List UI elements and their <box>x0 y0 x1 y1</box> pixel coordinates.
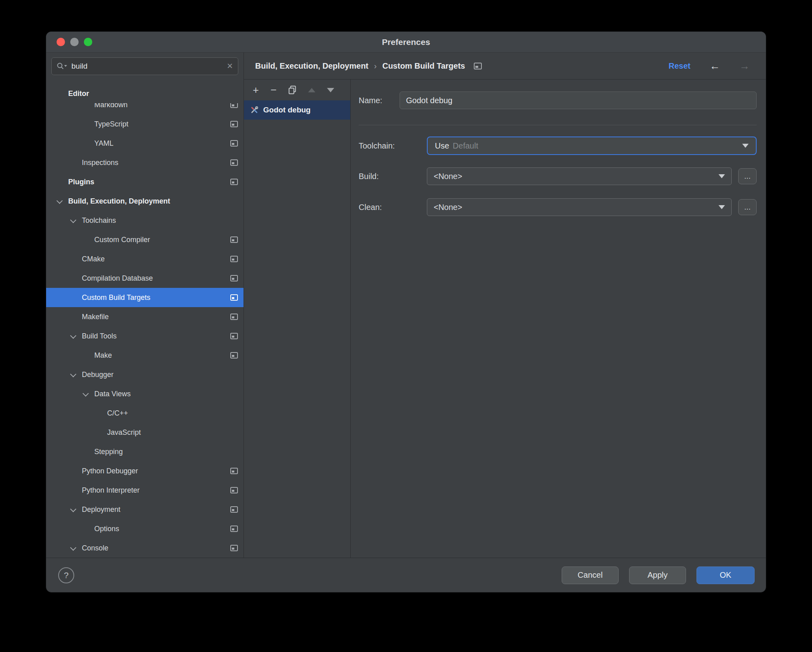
target-list-item[interactable]: Godot debug <box>244 100 350 120</box>
clean-label: Clean: <box>359 203 427 212</box>
breadcrumb-custom-build-targets[interactable]: Custom Build Targets <box>382 61 465 71</box>
target-settings-form: Name: Toolchain: Use Default Build: <box>351 79 766 558</box>
chevron-down-icon <box>742 144 749 148</box>
sidebar-item-label: Plugins <box>68 178 94 186</box>
search-box[interactable]: ✕ <box>51 57 238 75</box>
settings-indicator-icon <box>230 487 238 493</box>
settings-indicator-icon <box>230 236 238 243</box>
sidebar-item-label: Console <box>82 544 108 552</box>
settings-indicator-icon <box>230 294 238 301</box>
traffic-lights <box>57 32 92 52</box>
titlebar: Preferences <box>46 32 766 53</box>
forward-arrow-icon[interactable]: → <box>739 61 750 71</box>
remove-target-button[interactable]: − <box>270 85 276 95</box>
sidebar-item-toolchains[interactable]: Toolchains <box>46 211 244 230</box>
cancel-button[interactable]: Cancel <box>562 566 619 584</box>
settings-indicator-icon <box>230 468 238 474</box>
chevron-down-icon[interactable] <box>83 392 94 396</box>
ok-button[interactable]: OK <box>696 566 755 584</box>
build-label: Build: <box>359 172 427 181</box>
chevron-down-icon[interactable] <box>71 334 82 338</box>
search-area: ✕ <box>46 53 244 79</box>
sidebar-item-label: Toolchains <box>82 216 116 225</box>
build-browse-button[interactable]: ... <box>738 168 757 184</box>
sidebar-item-build-execution-deployment[interactable]: Build, Execution, Deployment <box>46 192 244 211</box>
clean-value: <None> <box>434 203 462 212</box>
sidebar-item-label: Compilation Database <box>82 274 153 283</box>
sidebar-item-plugins[interactable]: Plugins <box>46 172 244 192</box>
sidebar-item-inspections[interactable]: Inspections <box>46 153 244 172</box>
sidebar-item-yaml[interactable]: YAML <box>46 134 244 153</box>
sidebar-item-c-c[interactable]: C/C++ <box>46 403 244 423</box>
zoom-window-button[interactable] <box>84 38 92 46</box>
sidebar-item-label: Options <box>94 525 119 533</box>
build-row: Build: <None> ... <box>359 167 757 185</box>
breadcrumb-separator: › <box>374 61 377 71</box>
toolchain-label: Toolchain: <box>359 141 427 151</box>
clear-search-icon[interactable]: ✕ <box>227 62 233 70</box>
sidebar-item-label: Makefile <box>82 313 109 321</box>
window-title: Preferences <box>382 37 430 47</box>
sidebar-item-make[interactable]: Make <box>46 346 244 365</box>
move-up-button[interactable] <box>308 88 315 92</box>
settings-indicator-icon <box>230 333 238 339</box>
sidebar-item-label: Python Interpreter <box>82 486 140 495</box>
back-arrow-icon[interactable]: ← <box>710 61 720 71</box>
search-input[interactable] <box>71 62 223 71</box>
sidebar-item-compilation-database[interactable]: Compilation Database <box>46 269 244 288</box>
help-button-label: ? <box>64 570 69 580</box>
toolchain-select[interactable]: Use Default <box>427 137 757 155</box>
sidebar-item-javascript[interactable]: JavaScript <box>46 423 244 442</box>
settings-indicator-icon <box>230 159 238 166</box>
sidebar-item-build-tools[interactable]: Build Tools <box>46 326 244 346</box>
search-icon <box>57 62 68 70</box>
sidebar-item-custom-build-targets[interactable]: Custom Build Targets <box>46 288 244 307</box>
breadcrumb: Build, Execution, Deployment › Custom Bu… <box>244 53 766 79</box>
build-targets-panel: + − <box>244 79 351 558</box>
sidebar-item-data-views[interactable]: Data Views <box>46 384 244 403</box>
add-target-button[interactable]: + <box>253 85 259 95</box>
sidebar-item-label: Make <box>94 351 112 360</box>
sidebar-item-custom-compiler[interactable]: Custom Compiler <box>46 230 244 249</box>
help-button[interactable]: ? <box>58 567 74 583</box>
sidebar-item-label: C/C++ <box>107 409 128 418</box>
sidebar-item-debugger[interactable]: Debugger <box>46 365 244 384</box>
clean-select[interactable]: <None> <box>427 198 732 216</box>
minimize-window-button[interactable] <box>70 38 79 46</box>
sidebar-item-stepping[interactable]: Stepping <box>46 442 244 461</box>
sidebar-item-cmake[interactable]: CMake <box>46 249 244 269</box>
settings-indicator-icon <box>230 256 238 262</box>
chevron-down-icon[interactable] <box>71 373 82 377</box>
clean-browse-button[interactable]: ... <box>738 199 757 215</box>
close-window-button[interactable] <box>57 38 65 46</box>
move-down-button[interactable] <box>327 88 334 92</box>
sidebar-item-deployment[interactable]: Deployment <box>46 500 244 519</box>
build-target-icon <box>250 106 259 114</box>
apply-button[interactable]: Apply <box>629 566 686 584</box>
build-select[interactable]: <None> <box>427 167 732 185</box>
chevron-down-icon[interactable] <box>71 507 82 512</box>
breadcrumb-build-execution-deployment[interactable]: Build, Execution, Deployment <box>255 61 368 71</box>
sidebar-item-python-debugger[interactable]: Python Debugger <box>46 461 244 481</box>
chevron-down-icon[interactable] <box>71 546 82 550</box>
chevron-down-icon[interactable] <box>71 218 82 223</box>
sidebar-item-python-interpreter[interactable]: Python Interpreter <box>46 481 244 500</box>
sidebar-item-console[interactable]: Console <box>46 538 244 558</box>
settings-indicator-icon <box>230 140 238 147</box>
sidebar-item-editor[interactable]: Editor <box>46 84 244 103</box>
sidebar-item-label: Deployment <box>82 505 120 514</box>
sidebar-item-options[interactable]: Options <box>46 519 244 538</box>
sidebar-item-typescript[interactable]: TypeScript <box>46 114 244 134</box>
sidebar-item-label: Build, Execution, Deployment <box>68 197 170 206</box>
sidebar-item-label: Stepping <box>94 448 123 456</box>
reset-button[interactable]: Reset <box>669 61 690 71</box>
chevron-down-icon <box>719 174 725 178</box>
copy-target-button[interactable] <box>288 86 296 94</box>
settings-indicator-icon <box>230 179 238 185</box>
clean-row: Clean: <None> ... <box>359 198 757 216</box>
settings-tree: EditorMarkdownTypeScriptYAMLInspectionsP… <box>46 79 244 558</box>
name-field[interactable] <box>400 92 757 109</box>
sidebar-item-makefile[interactable]: Makefile <box>46 307 244 326</box>
sidebar-item-label: Build Tools <box>82 332 117 340</box>
chevron-down-icon[interactable] <box>57 199 68 204</box>
